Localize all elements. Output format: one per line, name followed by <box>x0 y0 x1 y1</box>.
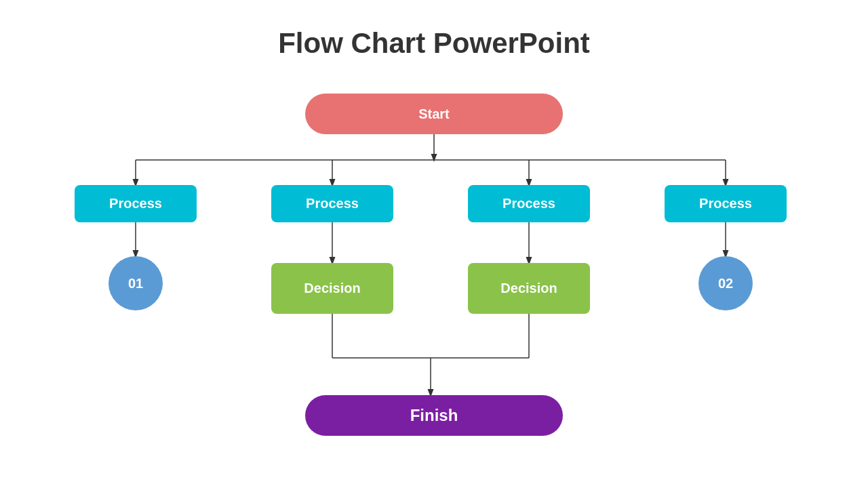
process-1-label: Process <box>109 196 162 211</box>
finish-node: Finish <box>305 395 563 436</box>
start-label: Start <box>418 106 450 122</box>
process-node-3: Process <box>468 185 590 222</box>
circle-2-label: 02 <box>718 276 733 291</box>
circle-1-label: 01 <box>128 276 143 291</box>
start-node: Start <box>305 94 563 134</box>
decision-node-1: Decision <box>271 263 393 314</box>
process-node-4: Process <box>665 185 787 222</box>
process-2-label: Process <box>306 196 359 211</box>
decision-1-label: Decision <box>304 281 360 296</box>
decision-node-2: Decision <box>468 263 590 314</box>
process-node-1: Process <box>75 185 197 222</box>
process-node-2: Process <box>271 185 393 222</box>
flowchart: Start Process Process Process Process 01… <box>27 80 841 473</box>
finish-label: Finish <box>410 406 458 425</box>
process-4-label: Process <box>699 196 752 211</box>
circle-node-1: 01 <box>108 256 163 310</box>
process-3-label: Process <box>502 196 555 211</box>
page-title: Flow Chart PowerPoint <box>278 27 590 60</box>
circle-node-2: 02 <box>698 256 753 310</box>
decision-2-label: Decision <box>500 281 557 296</box>
